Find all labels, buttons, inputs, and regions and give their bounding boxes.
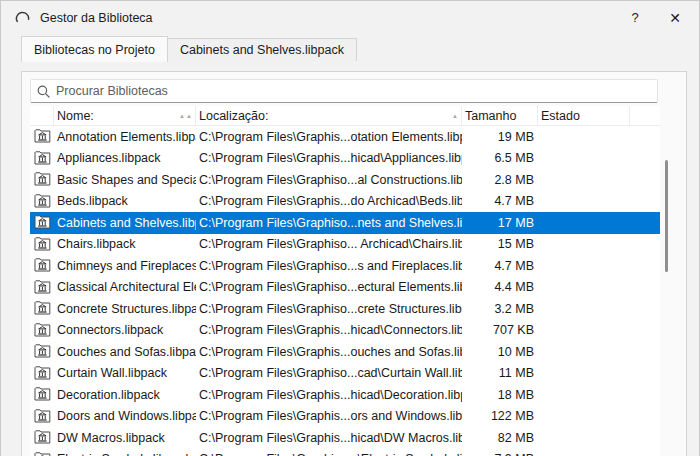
library-table: Nome: ▲▲ Localização: ▲ Tamanho Estado: [30, 106, 660, 456]
column-header-status[interactable]: Estado: [538, 106, 630, 125]
row-size: 18 MB: [462, 388, 538, 402]
library-icon: [30, 151, 54, 166]
column-header-extra: [630, 106, 660, 125]
row-size: 82 MB: [462, 431, 538, 445]
library-icon: [30, 323, 54, 338]
row-size: 4.4 MB: [462, 280, 538, 294]
row-location: C:\Program Files\Graphis...hicad\DW Macr…: [196, 431, 462, 445]
close-button[interactable]: ✕: [655, 1, 695, 34]
tab-bar: Bibliotecas no Projeto Cabinets and Shel…: [1, 34, 699, 61]
row-location: C:\Program Files\Graphis...hicad\Decorat…: [196, 388, 462, 402]
help-button[interactable]: ?: [615, 1, 655, 34]
library-icon: [30, 215, 54, 230]
row-location: C:\Program Files\Graphiso...ectural Elem…: [196, 280, 462, 294]
row-name: Connectors.libpack: [54, 323, 196, 337]
library-icon: [30, 452, 54, 456]
row-size: 19 MB: [462, 130, 538, 144]
row-name: Electric Symbols.libpack: [54, 452, 196, 456]
tab-panel: Nome: ▲▲ Localização: ▲ Tamanho Estado: [21, 71, 687, 456]
row-size: 7.9 MB: [462, 452, 538, 456]
library-icon: [30, 237, 54, 252]
row-location: C:\Program Files\Graphis...do Archicad\B…: [196, 194, 462, 208]
row-size: 122 MB: [462, 409, 538, 423]
row-name: Doors and Windows.libpack: [54, 409, 196, 423]
vertical-scrollbar[interactable]: [665, 160, 668, 272]
table-row[interactable]: Basic Shapes and Special C... C:\Program…: [30, 169, 660, 191]
row-name: DW Macros.libpack: [54, 431, 196, 445]
column-label-size: Tamanho: [462, 109, 516, 123]
column-header-icon[interactable]: [30, 106, 54, 125]
table-row[interactable]: Electric Symbols.libpack C:\Program File…: [30, 449, 660, 456]
row-size: 3.2 MB: [462, 302, 538, 316]
window-title: Gestor da Biblioteca: [40, 11, 153, 25]
sort-indicator-name-icon: ▲▲: [179, 113, 195, 119]
table-row[interactable]: Curtain Wall.libpack C:\Program Files\Gr…: [30, 363, 660, 385]
table-row[interactable]: Couches and Sofas.libpack C:\Program Fil…: [30, 341, 660, 363]
row-location: C:\Program Files\Graphis...otation Eleme…: [196, 130, 462, 144]
column-header-location[interactable]: Localização: ▲: [196, 106, 462, 125]
table-row[interactable]: DW Macros.libpack C:\Program Files\Graph…: [30, 427, 660, 449]
archicad-logo-icon: [15, 10, 31, 26]
row-location: C:\Program Files\Graphiso...al Construct…: [196, 173, 462, 187]
row-location: C:\Program Files\Graphis...ors and Windo…: [196, 409, 462, 423]
row-name: Chairs.libpack: [54, 237, 196, 251]
table-row[interactable]: Decoration.libpack C:\Program Files\Grap…: [30, 384, 660, 406]
row-location: C:\Program Files\Graphiso...nets and She…: [196, 216, 462, 230]
row-size: 11 MB: [462, 366, 538, 380]
column-label-status: Estado: [538, 109, 580, 123]
row-size: 4.7 MB: [462, 194, 538, 208]
row-name: Concrete Structures.libpack: [54, 302, 196, 316]
table-header: Nome: ▲▲ Localização: ▲ Tamanho Estado: [30, 106, 660, 126]
table-row[interactable]: Classical Architectural Ele... C:\Progra…: [30, 277, 660, 299]
row-size: 6.5 MB: [462, 151, 538, 165]
row-size: 10 MB: [462, 345, 538, 359]
table-row[interactable]: Appliances.libpack C:\Program Files\Grap…: [30, 148, 660, 170]
row-name: Couches and Sofas.libpack: [54, 345, 196, 359]
table-row[interactable]: Connectors.libpack C:\Program Files\Grap…: [30, 320, 660, 342]
row-name: Basic Shapes and Special C...: [54, 173, 196, 187]
column-header-size[interactable]: Tamanho: [462, 106, 538, 125]
row-size: 4.7 MB: [462, 259, 538, 273]
search-icon: [37, 85, 50, 98]
library-table-body: Annotation Elements.libpa... C:\Program …: [30, 126, 660, 456]
library-icon: [30, 387, 54, 402]
library-icon: [30, 301, 54, 316]
tab-bibliotecas-no-projeto[interactable]: Bibliotecas no Projeto: [21, 36, 168, 62]
row-location: C:\Program Files\Graphiso...\Electric Sy…: [196, 452, 462, 456]
sort-indicator-location-icon: ▲: [452, 113, 461, 119]
row-size: 15 MB: [462, 237, 538, 251]
row-size: 707 KB: [462, 323, 538, 337]
row-location: C:\Program Files\Graphis...hicad\Connect…: [196, 323, 462, 337]
tab-cabinets-and-shelves[interactable]: Cabinets and Shelves.libpack: [168, 38, 357, 61]
row-location: C:\Program Files\Graphiso...cad\Curtain …: [196, 366, 462, 380]
table-row[interactable]: Cabinets and Shelves.libp... C:\Program …: [30, 212, 660, 234]
column-header-name[interactable]: Nome: ▲▲: [54, 106, 196, 125]
table-row[interactable]: Chairs.libpack C:\Program Files\Graphiso…: [30, 234, 660, 256]
table-row[interactable]: Beds.libpack C:\Program Files\Graphis...…: [30, 191, 660, 213]
library-icon: [30, 194, 54, 209]
row-location: C:\Program Files\Graphiso... Archicad\Ch…: [196, 237, 462, 251]
row-name: Chimneys and Fireplaces.li...: [54, 259, 196, 273]
row-location: C:\Program Files\Graphis...ouches and So…: [196, 345, 462, 359]
row-location: C:\Program Files\Graphiso...s and Firepl…: [196, 259, 462, 273]
search-input[interactable]: [56, 84, 651, 98]
library-icon: [30, 409, 54, 424]
search-box: [30, 79, 658, 103]
table-row[interactable]: Annotation Elements.libpa... C:\Program …: [30, 126, 660, 148]
library-icon: [30, 366, 54, 381]
table-row[interactable]: Doors and Windows.libpack C:\Program Fil…: [30, 406, 660, 428]
row-size: 2.8 MB: [462, 173, 538, 187]
library-icon: [30, 280, 54, 295]
library-icon: [30, 344, 54, 359]
library-icon: [30, 129, 54, 144]
table-row[interactable]: Chimneys and Fireplaces.li... C:\Program…: [30, 255, 660, 277]
row-location: C:\Program Files\Graphis...hicad\Applian…: [196, 151, 462, 165]
row-name: Classical Architectural Ele...: [54, 280, 196, 294]
table-row[interactable]: Concrete Structures.libpack C:\Program F…: [30, 298, 660, 320]
row-location: C:\Program Files\Graphiso...crete Struct…: [196, 302, 462, 316]
row-name: Curtain Wall.libpack: [54, 366, 196, 380]
library-icon: [30, 258, 54, 273]
row-name: Beds.libpack: [54, 194, 196, 208]
row-size: 17 MB: [462, 216, 538, 230]
library-icon: [30, 430, 54, 445]
